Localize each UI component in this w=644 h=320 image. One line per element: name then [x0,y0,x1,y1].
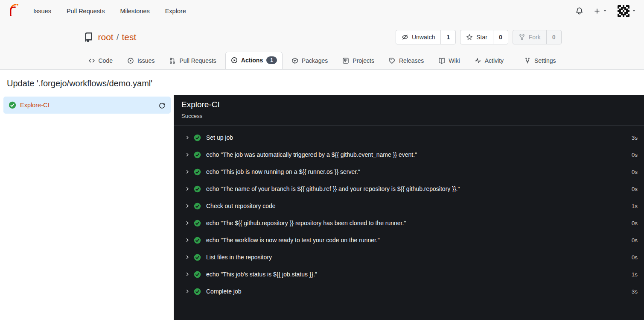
step-row-complete[interactable]: Complete job 3s [174,283,644,300]
step-duration: 1s [632,203,638,209]
avatar [618,5,629,17]
chevron-right-icon [185,135,190,140]
actions-count-badge: 1 [266,56,277,64]
step-success-icon [194,237,201,244]
navbar-item-explore[interactable]: Explore [157,8,194,15]
tab-pull-requests[interactable]: Pull Requests [163,53,221,69]
create-new-dropdown[interactable] [594,8,607,15]
step-name: echo "The job was automatically triggere… [206,151,417,158]
step-duration: 0s [632,152,638,158]
step-name: Check out repository code [206,203,276,209]
tab-actions[interactable]: Actions 1 [225,52,283,69]
step-success-icon [194,220,201,227]
fork-count: 0 [546,30,561,44]
issue-circle-icon [127,57,134,64]
tab-settings[interactable]: Settings [519,53,562,69]
caret-down-icon [632,9,636,13]
notifications-bell-icon[interactable] [575,7,583,15]
forgejo-logo-icon[interactable] [8,4,20,18]
book-icon [438,57,445,64]
tab-releases[interactable]: Releases [383,53,429,69]
repo-owner-link[interactable]: root [98,32,114,42]
eye-slash-icon [402,34,408,41]
step-name: List files in the repository [206,254,272,261]
step-duration: 0s [632,254,638,261]
page-title: Update '.forgejo/workflows/demo.yaml' [0,70,644,95]
fork-button: Fork 0 [513,30,562,44]
step-row-echo-running[interactable]: echo "This job is now running on a ${{ r… [174,163,644,180]
tab-code[interactable]: Code [83,53,118,69]
pulse-icon [475,57,481,64]
fork-icon [519,34,525,41]
unwatch-button[interactable]: Unwatch 1 [396,30,456,44]
job-success-check-icon [9,101,16,109]
tab-actions-label: Actions [241,57,263,64]
step-name: echo "The ${{ github.repository }} repos… [206,220,406,226]
step-success-icon [194,185,201,193]
caret-down-icon [603,9,607,13]
step-duration: 3s [632,288,638,295]
chevron-right-icon [185,203,190,208]
tab-activity[interactable]: Activity [469,53,509,69]
step-name: echo "The workflow is now ready to test … [206,237,380,244]
step-success-icon [194,288,201,295]
chevron-right-icon [185,238,190,243]
repo-book-icon [83,32,94,43]
chevron-right-icon [185,186,190,191]
tab-issues-label: Issues [137,57,154,64]
tab-pull-requests-label: Pull Requests [179,57,216,64]
tab-activity-label: Activity [485,57,504,64]
step-name: echo "This job is now running on a ${{ r… [206,168,360,175]
navbar-item-milestones[interactable]: Milestones [112,8,157,15]
step-success-icon [194,254,201,261]
star-label: Star [476,34,487,41]
job-log-header: Explore-CI Success [174,95,644,126]
watch-count[interactable]: 1 [440,30,455,44]
step-duration: 1s [632,271,638,278]
tab-code-label: Code [99,57,113,64]
step-row-echo-cloned[interactable]: echo "The ${{ github.repository }} repos… [174,214,644,232]
step-row-setup[interactable]: Set up job 3s [174,129,644,146]
step-duration: 3s [632,135,638,141]
step-name: Complete job [206,288,242,295]
step-row-echo-ready[interactable]: echo "The workflow is now ready to test … [174,232,644,249]
jobs-sidebar: Explore-CI [0,95,174,320]
step-duration: 0s [632,220,638,226]
unwatch-label: Unwatch [412,34,435,41]
pull-request-icon [169,57,176,64]
step-name: echo "This job's status is ${{ job.statu… [206,271,317,278]
fork-label: Fork [529,34,541,41]
workflow-run-layout: Explore-CI Explore-CI Success Set up job… [0,95,644,320]
rerun-job-button[interactable] [158,102,166,109]
step-duration: 0s [632,186,638,192]
top-navbar: Issues Pull Requests Milestones Explore [0,0,644,22]
repo-separator: / [117,32,119,42]
chevron-right-icon [185,255,190,260]
navbar-item-issues[interactable]: Issues [26,8,59,15]
chevron-right-icon [185,169,190,174]
tab-wiki[interactable]: Wiki [433,53,465,69]
tab-packages[interactable]: Packages [286,53,333,69]
project-board-icon [342,57,349,64]
package-icon [291,57,298,64]
repo-name-link[interactable]: test [122,32,137,42]
tab-projects[interactable]: Projects [337,53,380,69]
step-row-echo-triggered[interactable]: echo "The job was automatically triggere… [174,146,644,163]
step-duration: 0s [632,237,638,244]
job-steps-list: Set up job 3s echo "The job was automati… [174,126,644,300]
tab-releases-label: Releases [399,57,424,64]
navbar-item-pull-requests[interactable]: Pull Requests [59,8,112,15]
step-row-echo-status[interactable]: echo "This job's status is ${{ job.statu… [174,266,644,283]
step-duration: 0s [632,169,638,175]
chevron-right-icon [185,272,190,277]
step-row-checkout[interactable]: Check out repository code 1s [174,197,644,214]
star-count[interactable]: 0 [493,30,508,44]
tab-projects-label: Projects [353,57,374,64]
step-row-list-files[interactable]: List files in the repository 0s [174,249,644,266]
tab-issues[interactable]: Issues [122,53,160,69]
user-menu-dropdown[interactable] [618,5,636,17]
star-button[interactable]: Star 0 [460,30,508,44]
step-row-echo-branch[interactable]: echo "The name of your branch is ${{ git… [174,180,644,197]
wrench-icon [524,57,531,64]
job-item-explore-ci[interactable]: Explore-CI [3,97,171,114]
